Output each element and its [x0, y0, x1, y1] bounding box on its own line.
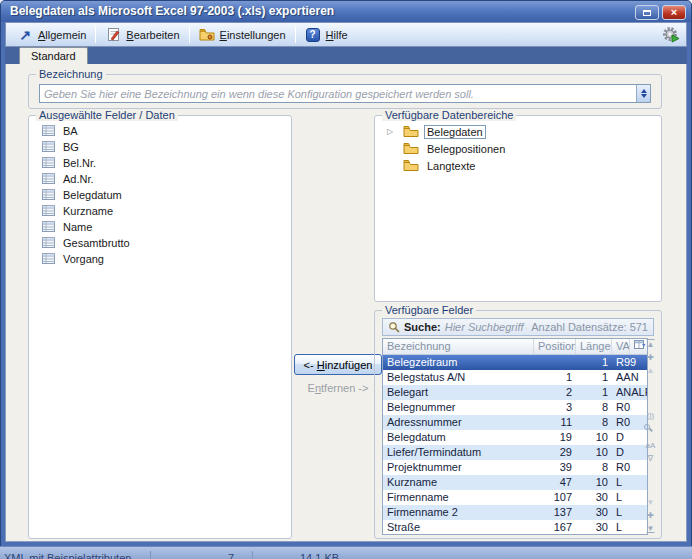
bezeichnung-group-label: Bezeichnung — [36, 68, 106, 80]
table-row[interactable]: Belegstatus A/N11AAN — [383, 370, 647, 385]
selected-fields-group-label: Ausgewählte Felder / Daten — [36, 109, 178, 121]
add-button[interactable]: <- Hinzufügen — [294, 354, 382, 375]
table-row[interactable]: Belegzeitraum1R99 — [383, 355, 647, 370]
maximize-icon — [643, 10, 651, 16]
selected-field-item[interactable]: Kurzname — [33, 203, 287, 219]
table-row[interactable]: Firmenname 213730L — [383, 505, 647, 520]
cell-va: R99 — [612, 355, 647, 370]
arrow-up-right-icon: ↗ — [17, 27, 33, 42]
column-header-va[interactable]: VA — [612, 339, 630, 354]
remove-button: Entfernen -> — [294, 382, 382, 394]
table-row[interactable]: Belegnummer38R0 — [383, 400, 647, 415]
edit-page-icon — [105, 27, 121, 42]
column-header-bezeichnung[interactable]: Bezeichnung — [383, 339, 534, 354]
selected-field-item[interactable]: Name — [33, 219, 287, 235]
move-first-icon[interactable]: ▲ — [644, 338, 657, 351]
tree-item-belegdaten[interactable]: ▷Belegdaten — [379, 123, 657, 140]
selected-field-item[interactable]: BA — [33, 123, 287, 139]
data-areas-group: Verfügbare Datenbereiche ▷BelegdatenBele… — [374, 115, 662, 302]
menu-item-einstellungen[interactable]: Einstellungen — [192, 25, 293, 44]
cell-laenge: 30 — [576, 505, 612, 520]
grid-field-icon — [42, 221, 55, 234]
grid-field-icon — [42, 253, 55, 266]
table-row[interactable]: Adressnummer118R0 — [383, 415, 647, 430]
menu-item-bearbeiten[interactable]: Bearbeiten — [98, 25, 186, 44]
table-row[interactable]: Projektnummer398R0 — [383, 460, 647, 475]
selected-field-item[interactable]: Belegdatum — [33, 187, 287, 203]
record-count: Anzahl Datensätze: 571 — [531, 321, 648, 333]
selected-fields-group: Ausgewählte Felder / Daten BABGBel.Nr.Ad… — [28, 115, 292, 539]
menu-item-allgemein[interactable]: ↗Allgemein — [10, 25, 93, 44]
export-run-button[interactable] — [660, 25, 682, 45]
grid-field-icon — [42, 157, 55, 170]
status-bar: XML mit Beispielattributen 7 14.1 KB — [0, 546, 692, 559]
cell-laenge: 1 — [576, 370, 612, 385]
cell-va: L — [612, 475, 647, 490]
cell-laenge: 8 — [576, 400, 612, 415]
cell-bezeichnung: Belegstatus A/N — [383, 370, 534, 385]
table-side-toolbar: ▲ ✚ ▲ (|) aA ∇ ▼ ✚ ▼ — [644, 338, 657, 535]
cell-position: 47 — [534, 475, 576, 490]
zoom-search-icon[interactable] — [644, 424, 657, 437]
cell-bezeichnung: Belegzeitraum — [383, 355, 534, 370]
table-row[interactable]: Belegdatum1910D — [383, 430, 647, 445]
selected-field-item[interactable]: Vorgang — [33, 251, 287, 267]
table-row[interactable]: Belegart21ANALRGI — [383, 385, 647, 400]
filter-icon[interactable]: ∇ — [644, 452, 657, 465]
close-button[interactable]: × — [662, 5, 686, 20]
bezeichnung-combobox[interactable] — [39, 84, 651, 103]
export-dialog-window: Belegdaten als Microsoft Excel 97-2003 (… — [0, 0, 692, 547]
status-center: 7 — [228, 552, 234, 559]
move-down-icon[interactable]: ✚ — [644, 509, 657, 522]
column-header-position[interactable]: Position — [534, 339, 576, 354]
move-last-icon[interactable]: ▼ — [644, 522, 657, 535]
table-row[interactable]: Kurzname4710L — [383, 475, 647, 490]
cell-position: 19 — [534, 430, 576, 445]
folder-icon — [403, 142, 419, 156]
scroll-down-icon[interactable]: ▼ — [644, 496, 657, 509]
combo-dropdown-button[interactable] — [636, 85, 650, 102]
selected-field-item[interactable]: Gesamtbrutto — [33, 235, 287, 251]
cell-laenge: 1 — [576, 385, 612, 400]
tree-item-langtexte[interactable]: Langtexte — [379, 157, 657, 174]
cell-bezeichnung: Liefer/Termindatum — [383, 445, 534, 460]
tab-strip: Standard — [5, 47, 687, 64]
maximize-button[interactable] — [635, 5, 659, 20]
column-header-länge[interactable]: Länge — [576, 339, 612, 354]
tree-item-belegpositionen[interactable]: Belegpositionen — [379, 140, 657, 157]
grid-field-icon — [42, 125, 55, 138]
dialog-content: Bezeichnung Ausgewählte Felder / Daten B… — [5, 64, 687, 542]
grid-field-icon — [42, 237, 55, 250]
grid-field-icon — [42, 141, 55, 154]
cell-va: R0 — [612, 400, 647, 415]
selected-field-item[interactable]: Bel.Nr. — [33, 155, 287, 171]
grid-field-icon — [42, 173, 55, 186]
cell-va: R0 — [612, 415, 647, 430]
fields-table: BezeichnungPositionLängeVA Belegzeitraum… — [382, 338, 648, 535]
table-row[interactable]: Firmenname10730L — [383, 490, 647, 505]
cell-laenge: 8 — [576, 415, 612, 430]
table-row[interactable]: Straße16730L — [383, 520, 647, 535]
bezeichnung-input[interactable] — [40, 85, 636, 102]
scroll-up-icon[interactable]: ▲ — [644, 364, 657, 377]
table-row[interactable]: Liefer/Termindatum2910D — [383, 445, 647, 460]
available-fields-group-label: Verfügbare Felder — [382, 304, 476, 316]
tree-expander-icon[interactable]: ▷ — [387, 127, 393, 136]
close-icon: × — [671, 7, 677, 18]
search-input[interactable] — [445, 321, 528, 333]
cell-bezeichnung: Belegnummer — [383, 400, 534, 415]
menu-item-hilfe[interactable]: ?Hilfe — [298, 25, 355, 44]
search-bar: Suche: Anzahl Datensätze: 571 — [382, 318, 654, 336]
move-up-icon[interactable]: ✚ — [644, 351, 657, 364]
cell-bezeichnung: Adressnummer — [383, 415, 534, 430]
selected-field-item[interactable]: BG — [33, 139, 287, 155]
tab-standard[interactable]: Standard — [19, 47, 88, 64]
settings-folder-icon — [199, 27, 215, 42]
cell-laenge: 1 — [576, 355, 612, 370]
cell-laenge: 30 — [576, 520, 612, 535]
brackets-icon[interactable]: (|) — [644, 409, 657, 422]
font-size-icon[interactable]: aA — [644, 439, 657, 452]
selected-field-item[interactable]: Ad.Nr. — [33, 171, 287, 187]
bezeichnung-group: Bezeichnung — [28, 74, 662, 109]
folder-icon — [403, 159, 419, 173]
